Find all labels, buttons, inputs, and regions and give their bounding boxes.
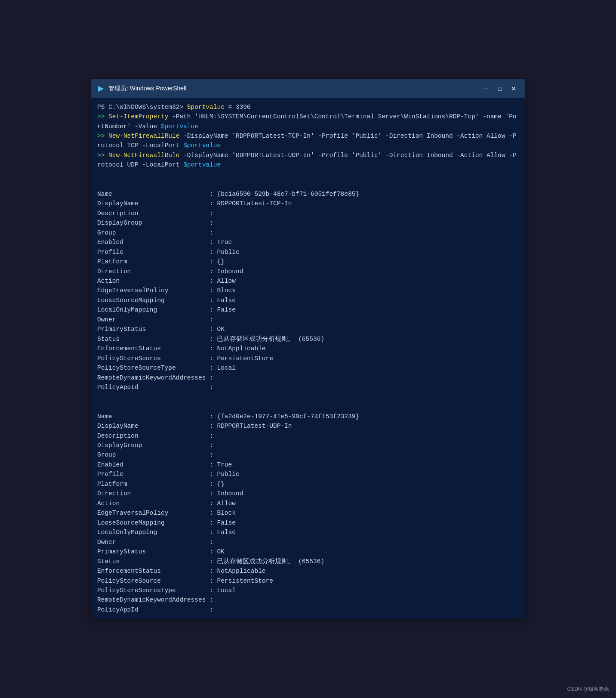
terminal-line: >> New-NetFirewallRule -DisplayName 'RDP…: [97, 131, 519, 151]
terminal-line: Owner :: [97, 315, 519, 324]
terminal-line: DisplayName : RDPPORTLatest-UDP-In: [97, 421, 519, 431]
watermark: CSDN @极客老张: [567, 686, 609, 693]
terminal-line: PrimaryStatus : OK: [97, 324, 519, 334]
terminal-line: PolicyAppId :: [97, 605, 519, 615]
terminal-line: DisplayGroup :: [97, 218, 519, 228]
terminal-line: PolicyAppId :: [97, 383, 519, 392]
terminal-line: Action : Allow: [97, 276, 519, 286]
terminal-line: [97, 179, 519, 189]
terminal-line: EdgeTraversalPolicy : Block: [97, 286, 519, 295]
terminal-line: Name : {bc1a6590-529b-48e7-bf71-6051fef7…: [97, 189, 519, 199]
terminal-line: LooseSourceMapping : False: [97, 518, 519, 528]
terminal-line: Profile : Public: [97, 247, 519, 257]
terminal-line: [97, 402, 519, 411]
terminal-line: Status : 已从存储区成功分析规则。 (65536): [97, 557, 519, 566]
terminal-line: Enabled : True: [97, 238, 519, 247]
minimize-button[interactable]: ─: [480, 83, 492, 94]
window-title: 管理员: Windows PowerShell: [108, 85, 480, 93]
terminal-line: [97, 392, 519, 402]
terminal-line: EdgeTraversalPolicy : Block: [97, 508, 519, 518]
terminal-line: Direction : Inbound: [97, 489, 519, 498]
terminal-line: DisplayName : RDPPORTLatest-TCP-In: [97, 199, 519, 208]
title-bar: ▶ 管理员: Windows PowerShell ─ □ ✕: [91, 79, 525, 98]
terminal-line: Owner :: [97, 537, 519, 547]
terminal-line: >> Set-ItemProperty -Path 'HKLM:\SYSTEM\…: [97, 112, 519, 131]
terminal-line: Description :: [97, 431, 519, 441]
close-button[interactable]: ✕: [508, 83, 520, 94]
terminal-line: PrimaryStatus : OK: [97, 547, 519, 556]
terminal-line: Direction : Inbound: [97, 267, 519, 276]
terminal-line: Action : Allow: [97, 499, 519, 508]
terminal-line: Platform : {}: [97, 257, 519, 266]
terminal-line: Group :: [97, 228, 519, 238]
powershell-icon: ▶: [96, 84, 105, 93]
terminal-line: Profile : Public: [97, 469, 519, 479]
window-controls: ─ □ ✕: [480, 83, 520, 94]
terminal-line: PolicyStoreSourceType : Local: [97, 363, 519, 373]
maximize-button[interactable]: □: [494, 83, 506, 94]
terminal-line: DisplayGroup :: [97, 441, 519, 450]
terminal-line: PolicyStoreSource : PersistentStore: [97, 576, 519, 586]
terminal-line: RemoteDynamicKeywordAddresses :: [97, 595, 519, 605]
terminal-line: >> New-NetFirewallRule -DisplayName 'RDP…: [97, 151, 519, 170]
powershell-window: ▶ 管理员: Windows PowerShell ─ □ ✕ PS C:\WI…: [91, 79, 525, 620]
terminal-line: Description :: [97, 209, 519, 218]
terminal-line: PS C:\WINDOWS\system32> $portvalue = 339…: [97, 102, 519, 112]
terminal-line: EnforcementStatus : NotApplicable: [97, 344, 519, 353]
terminal-line: LocalOnlyMapping : False: [97, 528, 519, 537]
terminal-line: Platform : {}: [97, 479, 519, 489]
terminal-line: PolicyStoreSourceType : Local: [97, 586, 519, 595]
terminal-line: Group :: [97, 450, 519, 460]
terminal-line: Name : {fa2d0e2e-1977-41e5-99cf-74f153f2…: [97, 412, 519, 421]
terminal-line: RemoteDynamicKeywordAddresses :: [97, 373, 519, 383]
terminal-line: Status : 已从存储区成功分析规则。 (65536): [97, 334, 519, 344]
terminal-body: PS C:\WINDOWS\system32> $portvalue = 339…: [91, 98, 525, 619]
terminal-line: Enabled : True: [97, 460, 519, 469]
terminal-line: PolicyStoreSource : PersistentStore: [97, 354, 519, 363]
terminal-line: EnforcementStatus : NotApplicable: [97, 566, 519, 576]
terminal-line: LocalOnlyMapping : False: [97, 305, 519, 315]
terminal-line: [97, 170, 519, 179]
terminal-line: LooseSourceMapping : False: [97, 296, 519, 305]
